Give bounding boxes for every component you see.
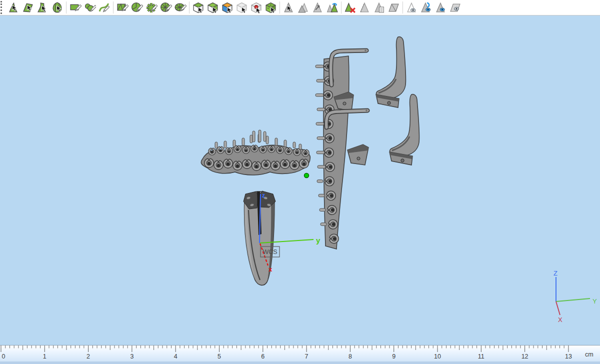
ruler-number: 6 <box>261 353 264 360</box>
tool-view-solid-button[interactable] <box>206 0 220 15</box>
tri-cursor-icon <box>8 2 20 14</box>
tool-draw-blob-button[interactable] <box>82 0 97 15</box>
clasp-pin <box>316 80 324 82</box>
clasp-pin <box>318 194 324 197</box>
tri-swoosh-icon <box>420 2 432 14</box>
tool-show-annotated-button[interactable] <box>419 0 434 15</box>
clasp-pin <box>252 131 255 142</box>
horizontal-ruler: 012345678910111213cm <box>0 345 600 362</box>
quad-eye-icon <box>449 2 462 14</box>
tri-gray-icon <box>282 2 295 14</box>
tool-part-outline-button[interactable] <box>358 0 372 15</box>
tri-dash-icon <box>358 2 371 14</box>
tool-draw-wheel-button[interactable] <box>158 0 173 15</box>
arm2-rod-tip <box>366 110 368 112</box>
clasp-pin <box>258 130 261 142</box>
tool-view-ghost-button[interactable] <box>234 0 249 15</box>
clasp-pin <box>316 122 324 126</box>
clasp-pin <box>250 135 252 143</box>
ruler-number: 5 <box>218 353 221 360</box>
clasp-ring <box>210 149 215 154</box>
clasp-pin <box>317 180 323 183</box>
clasp-pin <box>316 94 324 96</box>
origin-point-marker[interactable] <box>304 174 309 178</box>
tri-blue-eye-icon <box>434 2 447 14</box>
ruler-number: 8 <box>348 353 352 360</box>
band-cursor-icon <box>36 2 49 14</box>
scene-canvas[interactable]: z y x WCS Z Y X <box>0 16 600 345</box>
tool-part-plane-button[interactable] <box>386 0 401 15</box>
tri-fold-icon <box>297 2 310 14</box>
j-hook-1[interactable] <box>376 36 406 108</box>
tool-select-face-button[interactable] <box>6 0 21 15</box>
clasp-pin <box>224 141 226 148</box>
wcs-y-label: y <box>316 236 320 244</box>
wcs-x-label: x <box>268 266 272 273</box>
tool-view-interior-button[interactable] <box>249 0 264 15</box>
tool-part-delete-button[interactable] <box>343 0 358 15</box>
tool-part-replace-button[interactable] <box>325 0 340 15</box>
tool-draw-mesh-button[interactable] <box>115 0 130 15</box>
tool-draw-star-button[interactable] <box>144 0 158 15</box>
clasp-pin <box>293 142 296 148</box>
ruler-number: 13 <box>565 353 572 360</box>
clasp-pin <box>266 136 268 144</box>
tool-select-shell-button[interactable] <box>50 0 64 15</box>
clasp-pin <box>299 144 302 150</box>
triad-x-label: X <box>558 316 562 324</box>
toolbar-separator <box>189 2 190 14</box>
quad-diag-icon <box>388 2 400 14</box>
arm2-wing-hole <box>357 157 360 160</box>
tri-redx-icon <box>344 2 356 14</box>
tool-part-flip-button[interactable] <box>296 0 310 15</box>
tool-view-solid-top-button[interactable] <box>191 0 206 15</box>
viewport-3d[interactable]: z y x WCS Z Y X <box>0 16 600 345</box>
toolbar-drag-handle[interactable] <box>0 1 6 14</box>
ruler-number: 1 <box>43 353 46 360</box>
para-cursor-icon <box>22 2 34 14</box>
clasp-pin <box>264 132 266 142</box>
shell-cursor-icon <box>51 2 64 14</box>
cube-top-icon <box>192 2 204 14</box>
ruler-number: 10 <box>434 353 441 360</box>
star-pen-icon <box>145 2 158 14</box>
tri-arrow-icon <box>312 2 324 14</box>
ruler-number: 3 <box>130 353 134 360</box>
cube-faces-icon <box>221 2 234 14</box>
tool-show-outline-button[interactable] <box>404 0 419 15</box>
clasp-pin <box>284 140 286 147</box>
triad-y-axis <box>556 298 590 302</box>
wheel-pen-icon <box>160 2 172 14</box>
tool-show-plane-button[interactable] <box>448 0 462 15</box>
tool-draw-pie-button[interactable] <box>130 0 144 15</box>
ruler-number: 0 <box>2 353 6 360</box>
orientation-triad[interactable]: Z Y X <box>554 270 597 324</box>
tool-select-band-button[interactable] <box>36 0 50 15</box>
ruler-number: 2 <box>86 353 90 360</box>
cube-textured-icon <box>264 2 277 14</box>
clasp-pin <box>317 137 325 140</box>
curve-pen-icon <box>98 2 110 14</box>
hook1-hole <box>388 102 390 104</box>
tool-part-transform-button[interactable] <box>310 0 325 15</box>
tool-draw-spline-button[interactable] <box>97 0 112 15</box>
window-bottom-edge <box>0 362 600 364</box>
pie-pen-icon <box>130 2 143 14</box>
clasp-tray-part[interactable] <box>201 130 310 175</box>
cube-solid-icon <box>206 2 219 14</box>
tool-draw-fan-button[interactable] <box>173 0 188 15</box>
tri-doc-icon <box>373 2 386 14</box>
tool-view-faces-button[interactable] <box>220 0 234 15</box>
tool-select-plane-button[interactable] <box>21 0 36 15</box>
blob-pen-icon <box>84 2 96 14</box>
tri-swap-icon <box>326 2 338 14</box>
tool-show-part-button[interactable] <box>434 0 448 15</box>
ruler-number: 4 <box>174 353 178 360</box>
clasp-pin <box>316 65 324 68</box>
tool-draw-rectangle-button[interactable] <box>68 0 82 15</box>
tool-part-copy-button[interactable] <box>372 0 386 15</box>
tool-part-select-button[interactable] <box>282 0 296 15</box>
clasp-ring <box>218 148 224 152</box>
triad-x-axis <box>556 302 560 315</box>
tool-view-textured-button[interactable] <box>264 0 278 15</box>
